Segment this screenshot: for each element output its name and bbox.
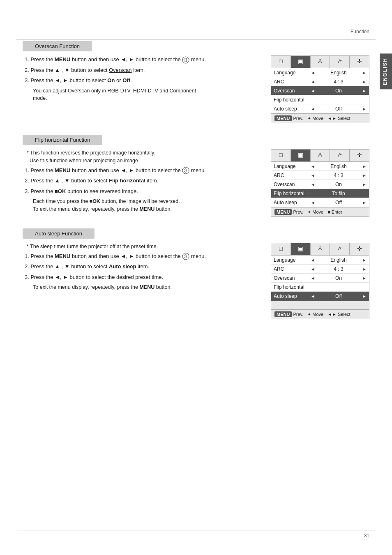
main-content: Overscan Function 1. Press the MENU butt…: [23, 41, 369, 319]
flip-menu-icon-0: □: [271, 150, 291, 161]
menu-arrow-left-language: ◄: [311, 70, 315, 75]
flip-menu-icon-4: ✛: [350, 150, 369, 161]
english-tab: ENGLISH: [380, 53, 392, 89]
svg-point-1: [319, 59, 321, 60]
flip-footer-menu: MENU Prev.: [274, 209, 303, 215]
flip-footer-enter: ■ Enter: [327, 210, 342, 214]
overscan-step2: 2. Press the ▲ , ▼ button to select Over…: [25, 66, 263, 74]
menu-label-arc: ARC: [274, 79, 311, 85]
flip-title: Flip horizontal Function: [23, 135, 102, 145]
overscan-footer-select: ◄► Select: [327, 116, 350, 121]
flip-menu-rows: Language ◄ English ► ARC ◄ 4 : 3 ► O: [271, 162, 369, 207]
autosleep-footer-menu: MENU Prev.: [274, 311, 303, 317]
page-container: Function ENGLISH Overscan Function 1. Pr…: [0, 0, 392, 555]
svg-point-2: [182, 167, 189, 174]
flip-body: * This function reverses the projected i…: [23, 149, 369, 217]
flip-menu-icon-3: [330, 150, 350, 161]
autosleep-menu-row-flip: Flip horizontal: [271, 283, 369, 292]
flip-step3: 3. Press the ■OK button to see reversed …: [25, 187, 263, 196]
svg-point-5: [319, 246, 321, 248]
overscan-move-label: Move: [312, 116, 323, 121]
autosleep-menu-rows: Language ◄ English ► ARC ◄ 4 : 3 ► O: [271, 256, 369, 301]
overscan-body: 1. Press the MENU button and then use ◄,…: [23, 55, 369, 123]
flip-menu-label-language: Language: [274, 164, 311, 169]
autosleep-title: Auto sleep Function: [23, 228, 95, 239]
autosleep-menu-row-overscan: Overscan ◄ On ►: [271, 274, 369, 283]
overscan-menu-icons: □ ▣ ✛: [271, 56, 369, 68]
menu-arrow-left-autosleep1: ◄: [311, 106, 315, 111]
menu-arrow-right-autosleep1: ►: [362, 106, 367, 111]
overscan-text: 1. Press the MENU button and then use ◄,…: [23, 55, 263, 105]
flip-footer-move: ✦ Move: [307, 210, 323, 215]
overscan-select-label: ◄► Select: [327, 116, 350, 121]
menu-value-language: English: [317, 70, 360, 76]
page-number: 31: [364, 533, 369, 539]
overscan-note: You can adjust Overscan only in RGB-DTV,…: [33, 87, 263, 103]
autosleep-note-star: * The sleep timer turns the projector of…: [27, 243, 263, 251]
autosleep-step1: 1. Press the MENU button and then use ◄,…: [25, 252, 263, 260]
menu-label-overscan: Overscan: [274, 88, 311, 94]
flip-menu-row-autosleep: Auto sleep ◄ Off ►: [271, 198, 369, 207]
autosleep-menu-icon-2: [311, 243, 330, 255]
autosleep-menu-row-arc: ARC ◄ 4 : 3 ►: [271, 265, 369, 274]
menu-icon-1: ▣: [291, 56, 311, 68]
autosleep-footer-move: ✦ Move: [307, 312, 323, 317]
overscan-step1: 1. Press the MENU button and then use ◄,…: [25, 55, 263, 64]
autosleep-section: Auto sleep Function * The sleep timer tu…: [23, 228, 369, 319]
flip-note-star: * This function reverses the projected i…: [27, 149, 263, 165]
autosleep-menu-spacer: [271, 301, 369, 309]
autosleep-text: * The sleep timer turns the projector of…: [23, 243, 263, 294]
menu-row-autosleep1: Auto sleep ◄ Off ►: [271, 104, 369, 113]
svg-point-0: [182, 57, 189, 63]
menu-icon-3: [330, 56, 350, 68]
autosleep-menu: □ ▣ ✛ Language ◄: [271, 243, 369, 319]
menu-icon-0: □: [271, 56, 291, 68]
menu-arrow-left-overscan: ◄: [311, 88, 315, 93]
menu-label-flip1: Flip horizontal: [274, 97, 311, 103]
flip-note: Each time you press the ■OK button, the …: [33, 198, 263, 213]
flip-menu-footer: MENU Prev. ✦ Move ■ Enter: [271, 207, 369, 216]
flip-menu-row-flip: Flip horizontal To flip: [271, 189, 369, 198]
flip-section: Flip horizontal Function * This function…: [23, 135, 369, 217]
flip-menu: □ ▣ ✛ Language ◄: [271, 149, 369, 217]
autosleep-note: To exit the menu display, repeatedly, pr…: [33, 283, 263, 291]
overscan-footer-menu: MENU Prev.: [274, 115, 303, 121]
flip-step2: 2. Press the ▲ , ▼ button to select Flip…: [25, 177, 263, 185]
autosleep-menu-row-language: Language ◄ English ►: [271, 256, 369, 265]
flip-step1: 1. Press the MENU button and then use ◄,…: [25, 166, 263, 175]
autosleep-select-label: ◄► Select: [327, 312, 350, 317]
autosleep-step3: 3. Press the ◄, ► button to select the d…: [25, 273, 263, 281]
flip-menu-row-overscan: Overscan ◄ On ►: [271, 180, 369, 189]
menu-icon-4: ✛: [350, 56, 369, 68]
menu-arrow-left-arc: ◄: [311, 79, 315, 84]
menu-arrow-right-overscan: ►: [362, 88, 367, 93]
menu-value-arc: 4 : 3: [317, 79, 360, 85]
autosleep-menu-icon-4: ✛: [350, 243, 369, 255]
flip-menu-row-arc: ARC ◄ 4 : 3 ►: [271, 171, 369, 180]
autosleep-menu-footer: MENU Prev. ✦ Move ◄► Select: [271, 309, 369, 319]
flip-text: * This function reverses the projected i…: [23, 149, 263, 216]
svg-point-4: [182, 253, 189, 260]
menu-row-overscan: Overscan ◄ On ►: [271, 86, 369, 95]
overscan-menu: □ ▣ ✛ Language ◄: [271, 55, 369, 123]
flip-menu-row-language: Language ◄ English ►: [271, 162, 369, 171]
menu-arrow-right-language: ►: [362, 70, 367, 75]
autosleep-menu-icon-0: □: [271, 243, 291, 255]
overscan-title: Overscan Function: [23, 41, 92, 51]
autosleep-step2: 2. Press the ▲ , ▼ button to select Auto…: [25, 263, 263, 271]
top-rule: [16, 39, 376, 39]
flip-menu-icon-2: [311, 150, 330, 161]
autosleep-menu-icon-3: [330, 243, 350, 255]
overscan-section: Overscan Function 1. Press the MENU butt…: [23, 41, 369, 123]
autosleep-menu-icons: □ ▣ ✛: [271, 243, 369, 256]
menu-icon-2: [311, 56, 330, 68]
menu-arrow-right-arc: ►: [362, 79, 367, 84]
autosleep-body: * The sleep timer turns the projector of…: [23, 243, 369, 319]
overscan-footer-move: ✦ Move: [307, 116, 323, 121]
overscan-menu-rows: Language ◄ English ► ARC ◄ 4 : 3 ► O: [271, 68, 369, 113]
overscan-prev-label: Prev.: [293, 116, 303, 121]
autosleep-menu-row-autosleep: Auto sleep ◄ Off ►: [271, 292, 369, 301]
overscan-step3: 3. Press the ◄, ► button to select On or…: [25, 76, 263, 85]
flip-menu-icons: □ ▣ ✛: [271, 150, 369, 162]
bottom-rule: [16, 530, 376, 530]
